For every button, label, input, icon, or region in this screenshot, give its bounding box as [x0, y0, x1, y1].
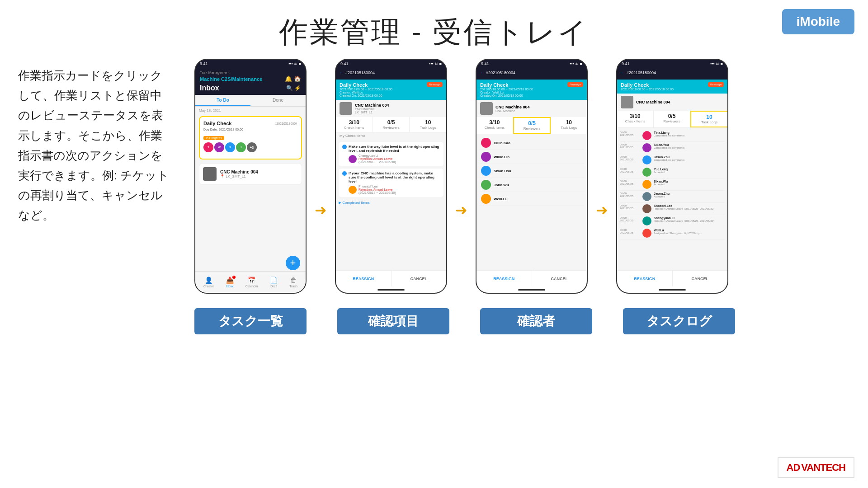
home-indicator-4 — [617, 286, 727, 293]
label-task-logs: タスクログ — [623, 308, 735, 334]
reassign-action-3[interactable]: REASSIGN — [476, 271, 532, 286]
cancel-action-2[interactable]: CANCEL — [392, 271, 447, 286]
tl-item-8: 00:002021/05/25 Shengyuan.Li Rejection: … — [620, 215, 725, 227]
avatar-more: +3 — [247, 142, 257, 152]
tl-item-2: 00:002021/05/25 Sixan.You Completed: no … — [620, 142, 725, 154]
daily-check-header-4: Daily Check 2021/05/18 00:00 ~ 2021/05/1… — [617, 80, 727, 94]
card-status: In Progress — [203, 136, 224, 140]
nav-inbox[interactable]: 📥 1 Inbox — [226, 277, 233, 288]
check-item-2: If your CNC machine has a cooling system… — [339, 169, 443, 197]
section-label-2: My Check Items — [336, 132, 446, 139]
avatar-4: J — [236, 142, 246, 152]
label-reviewers: 確認者 — [480, 308, 592, 334]
nav-draft[interactable]: 📄 Draft — [270, 277, 278, 288]
nav-creator[interactable]: 👤 Creator — [203, 277, 214, 288]
machine-thumb-3 — [480, 102, 493, 115]
tl-item-4: 00:002021/05/25 Yue.Leng Accepted — [620, 166, 725, 178]
home-indicator-2 — [336, 286, 446, 293]
phone-labels-row: タスク一覧 確認項目 確認者 タスクログ — [194, 302, 735, 334]
reviewer-5: Weili.Lu — [479, 192, 584, 206]
card-due: Due Date: 2021/05/18 00:00 — [203, 128, 297, 131]
phone4-header: ← #202105180004 — [617, 68, 727, 80]
status-bar-4: 9:41 ▪▪▪ ≋ ■ — [617, 60, 727, 68]
machine-thumb-4 — [621, 96, 633, 108]
stat-check-items-2[interactable]: 3/10 Check Items — [336, 117, 373, 132]
tl-item-1: 00:002021/05/25 Tina.Liang Completed: no… — [620, 130, 725, 142]
dc-date-2: 2021/05/18 00:00 ~ 2021/05/18 00:00 — [340, 88, 392, 91]
tab-done[interactable]: Done — [250, 95, 306, 106]
stat-check-items-3[interactable]: 3/10 Check Items — [476, 117, 513, 134]
fab-button[interactable]: + — [286, 256, 300, 270]
advantech-logo: ADVANTECH — [778, 457, 855, 478]
reviewer-1: Cillin.Kao — [479, 136, 584, 150]
nav-calendar[interactable]: 📅 Calendar — [245, 277, 258, 288]
date-label: May 18, 2021 — [195, 107, 306, 114]
phone-task-logs: 9:41 ▪▪▪ ≋ ■ ← #202105180004 Daily Check… — [616, 59, 728, 294]
completed-items[interactable]: ▶ Completed Items — [339, 199, 443, 206]
task-log-list: 00:002021/05/25 Tina.Liang Completed: no… — [617, 128, 727, 270]
tl-item-6: 00:002021/05/25 Jason.Zhu Accepted — [620, 191, 725, 203]
nav-trash[interactable]: 🗑 Trash — [289, 277, 297, 288]
card-id: #202105180004 — [274, 122, 297, 125]
machine-icon — [203, 167, 217, 181]
reviewer-2: Willie.Lin — [479, 150, 584, 164]
reassign-btn-3[interactable]: Reassign — [567, 82, 583, 87]
avatar-3: S — [225, 142, 235, 152]
reassign-action-2[interactable]: REASSIGN — [336, 271, 392, 286]
daily-check-header-2: Daily Check 2021/05/18 00:00 ~ 2021/05/1… — [336, 80, 446, 100]
stats-row-4: 3/10 Check Items 0/5 Reviewers 10 Task L… — [617, 111, 727, 128]
stat-task-logs-4[interactable]: 10 Task Logs — [690, 111, 727, 127]
phone-reviewers: 9:41 ▪▪▪ ≋ ■ ← #202105180004 Daily Check… — [476, 59, 588, 294]
phone1-tabs: To Do Done — [195, 95, 306, 107]
card-avatars: T W S J +3 — [203, 142, 297, 152]
cnc-machine-card[interactable]: CNC Machine 004 📍 LK_SMT_L1 — [199, 163, 302, 185]
stat-task-logs-3[interactable]: 10 Task Logs — [551, 117, 587, 134]
daily-check-header-3: Daily Check 2021/05/18 00:00 ~ 2021/05/1… — [476, 80, 587, 100]
machine-info-4: CNC Machine 004 — [617, 94, 727, 111]
tl-item-9: 00:002021/05/25 Weili.u Assigned to: She… — [620, 227, 725, 239]
reviewer-3: Sixan.Hsu — [479, 164, 584, 178]
reassign-btn-4[interactable]: Reassign — [708, 82, 724, 87]
phone2-header: ← #202105180004 — [336, 68, 446, 80]
tl-item-7: 00:002021/05/25 Shoecel.Lee Rejection: A… — [620, 203, 725, 215]
avatar-1: T — [203, 142, 213, 152]
card-title: Daily Check — [203, 121, 231, 126]
stat-check-items-4[interactable]: 3/10 Check Items — [617, 111, 654, 127]
label-check-items: 確認項目 — [337, 308, 449, 334]
cancel-action-3[interactable]: CANCEL — [532, 271, 587, 286]
stat-reviewers-3[interactable]: 0/5 Reviewers — [513, 117, 551, 134]
arrow-2: ➜ — [455, 59, 467, 294]
action-bar-4: REASSIGN CANCEL — [617, 270, 727, 286]
machine-name: CNC Machine 004 — [220, 169, 258, 174]
stat-task-logs-2[interactable]: 10 Task Logs — [410, 117, 446, 132]
cancel-action-4[interactable]: CANCEL — [673, 271, 728, 286]
page-title: 作業管理 - 受信トレイ — [0, 0, 868, 52]
phone1-header: Task Management Machine C2S/Maintenance … — [195, 68, 306, 95]
dc-title-3: Daily Check — [480, 82, 533, 88]
stat-reviewers-4[interactable]: 0/5 Reviewers — [654, 111, 690, 127]
reviewer-4: John.Wu — [479, 178, 584, 192]
check-item-1: Make sure the way lube level is at the r… — [339, 142, 443, 166]
phone1-content: To Do Done May 18, 2021 Daily Check #202… — [195, 95, 306, 293]
imobile-badge: iMobile — [782, 9, 854, 34]
arrow-1: ➜ — [315, 59, 327, 294]
reassign-btn-2[interactable]: Reassign — [427, 82, 443, 87]
reviewer-list: Cillin.Kao Willie.Lin Sixan.Hsu John.Wu … — [476, 134, 587, 270]
action-bar-3: REASSIGN CANCEL — [476, 270, 587, 286]
check-item-1-title: Make sure the way lube level is at the r… — [349, 145, 440, 153]
tab-todo[interactable]: To Do — [195, 95, 250, 106]
dc-title-2: Daily Check — [340, 82, 392, 88]
reassign-action-4[interactable]: REASSIGN — [617, 271, 673, 286]
machine-loc: 📍 LK_SMT_L1 — [220, 174, 258, 178]
stat-reviewers-2[interactable]: 0/5 Reviewers — [373, 117, 410, 132]
phone-check-items: 9:41 ▪▪▪ ≋ ■ ← #202105180004 Daily Check… — [335, 59, 447, 294]
label-task-list: タスク一覧 — [194, 308, 307, 334]
description-text: 作業指示カードをクリックして、作業リストと保留中のレビューステータスを表示します… — [18, 66, 172, 225]
stats-row-3: 3/10 Check Items 0/5 Reviewers 10 Task L… — [476, 117, 587, 134]
daily-check-card[interactable]: Daily Check #202105180004 Due Date: 2021… — [199, 116, 302, 160]
home-indicator-3 — [476, 286, 587, 293]
check-items-list: Make sure the way lube level is at the r… — [336, 139, 446, 270]
avatar-2: W — [214, 142, 224, 152]
phone-task-list: 9:41 ▪▪▪ ≋ ■ Task Management Machine C2S… — [194, 59, 307, 294]
check-item-2-title: If your CNC machine has a cooling system… — [349, 171, 440, 183]
